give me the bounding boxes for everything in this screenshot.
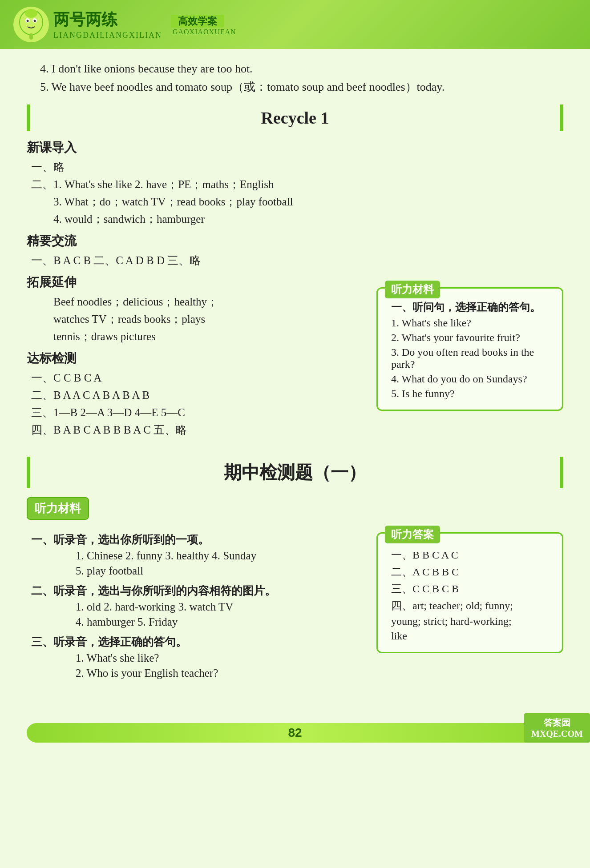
jingjiaoliu-line1: 一、B A C B 二、C A D B D 三、略 <box>27 253 563 268</box>
header-title-main: 两号两练 <box>53 9 162 31</box>
footer-logo: 答案园 MXQE.COM <box>524 713 590 743</box>
dabiaojiance-line3: 三、1—B 2—A 3—D 4—E 5—C <box>27 405 363 420</box>
tuozhan-left: 拓展延伸 Beef noodles；delicious；healthy； wat… <box>27 274 363 443</box>
qizhong-s1-line2: 5. play football <box>27 565 363 577</box>
answer-line1: 一、B B C A C <box>387 548 553 562</box>
page-header: 两号两练 LIANGDAILIANGXILIAN 高效学案 GAOXIAOXUE… <box>0 0 590 49</box>
recycle1-listen-content: 一、听问句，选择正确的答句。 1. What's she like? 2. Wh… <box>387 300 553 400</box>
recycle1-q2: 2. What's your favourite fruit? <box>387 332 553 344</box>
recycle1-q3: 3. Do you often read books in the park? <box>387 346 553 370</box>
xinkeyaoru-line3: 3. What；do；watch TV；read books；play foot… <box>27 194 563 209</box>
svg-point-5 <box>25 9 37 18</box>
qizhong-s3: 三、听录音，选择正确的答句。 1. What's she like? 2. Wh… <box>27 635 363 679</box>
dabiaojiance-block: 达标检测 一、C C B C A 二、B A A C A B A B A B 三… <box>27 350 363 437</box>
intro-line4: 4. I don't like onions because they are … <box>27 62 563 76</box>
qizhong-s1: 一、听录音，选出你所听到的一项。 1. Chinese 2. funny 3. … <box>27 532 363 577</box>
svg-rect-6 <box>29 33 33 40</box>
dabiaojiance-line4: 四、B A B C A B B B A C 五、略 <box>27 422 363 437</box>
answer-line5: young; strict; hard-working; <box>387 615 553 627</box>
xinkeyaoru-line1: 一、略 <box>27 160 563 174</box>
answer-line6: like <box>387 630 553 642</box>
qizhong-answer-col: 听力答案 一、B B C A C 二、A C B B C 三、C C B C B… <box>376 532 563 686</box>
intro-line5: 5. We have beef noodles and tomato soup（… <box>27 79 563 95</box>
xinkeyaoru-line2: 二、1. What's she like 2. have；PE；maths；En… <box>27 177 563 192</box>
tuozhanyanshen-block: 拓展延伸 Beef noodles；delicious；healthy； wat… <box>27 274 363 344</box>
tuozhan-section: 拓展延伸 Beef noodles；delicious；healthy； wat… <box>27 274 563 443</box>
tuozhanyanshen-line1: Beef noodles；delicious；healthy； <box>27 294 363 309</box>
svg-point-3 <box>27 20 29 22</box>
xinkeyaoru-line4: 4. would；sandwich；hamburger <box>27 212 563 226</box>
page-number: 82 <box>288 726 302 740</box>
qizhong-s2-heading: 二、听录音，选出与你所听到的内容相符的图片。 <box>27 583 363 598</box>
answer-line2: 二、A C B B C <box>387 565 553 579</box>
xinkeyaoru-block: 新课导入 一、略 二、1. What's she like 2. have；PE… <box>27 139 563 226</box>
footer-logo-line2: MXQE.COM <box>531 729 583 739</box>
qizhong-listen-badge: 听力材料 <box>27 497 89 520</box>
footer-bar: 82 <box>27 723 563 743</box>
recycle1-q1: 1. What's she like? <box>387 317 553 329</box>
qizhong-s3-heading: 三、听录音，选择正确的答句。 <box>27 635 363 649</box>
qizhong-s1-line1: 1. Chinese 2. funny 3. healthy 4. Sunday <box>27 550 363 562</box>
qizhong-s3-line2: 2. Who is your English teacher? <box>27 667 363 679</box>
tuozhanyanshen-line2: watches TV；reads books；plays <box>27 312 363 326</box>
dabiaojiance-heading: 达标检测 <box>27 350 363 367</box>
qizhong-s2: 二、听录音，选出与你所听到的内容相符的图片。 1. old 2. hard-wo… <box>27 583 363 628</box>
header-title-block: 两号两练 LIANGDAILIANGXILIAN <box>53 9 162 40</box>
mascot-icon <box>13 7 49 42</box>
qizhong-two-col: 一、听录音，选出你所听到的一项。 1. Chinese 2. funny 3. … <box>27 532 563 686</box>
header-subtitle: LIANGDAILIANGXILIAN <box>53 31 162 40</box>
page-footer: 82 答案园 MXQE.COM <box>0 723 590 743</box>
recycle1-q4: 4. What do you do on Sundays? <box>387 373 553 385</box>
main-content: 4. I don't like onions because they are … <box>0 49 590 705</box>
svg-point-4 <box>34 20 36 22</box>
tuozhanyanshen-line3: tennis；draws pictures <box>27 329 363 344</box>
qizhong-s2-line2: 4. hamburger 5. Friday <box>27 616 363 628</box>
qizhong-s1-heading: 一、听录音，选出你所听到的一项。 <box>27 532 363 547</box>
answer-line4: 四、art; teacher; old; funny; <box>387 599 553 613</box>
qizhong-left: 一、听录音，选出你所听到的一项。 1. Chinese 2. funny 3. … <box>27 532 363 686</box>
qizhong-answer-badge: 听力答案 <box>385 526 440 543</box>
recycle1-listen-heading: 一、听问句，选择正确的答句。 <box>387 300 553 314</box>
header-subtitle2: 高效学案 <box>171 15 224 28</box>
qizhong-title: 期中检测题（一） <box>27 457 563 488</box>
recycle1-title: Recycle 1 <box>261 108 329 127</box>
recycle1-q5: 5. Is he funny? <box>387 388 553 400</box>
jingjiaoliu-block: 精要交流 一、B A C B 二、C A D B D 三、略 <box>27 233 563 268</box>
intro-sentences: 4. I don't like onions because they are … <box>27 62 563 95</box>
tuozhanyanshen-heading: 拓展延伸 <box>27 274 363 291</box>
dabiaojiance-line2: 二、B A A C A B A B A B <box>27 388 363 402</box>
recycle1-listen-title: 听力材料 <box>385 281 440 298</box>
qizhong-answer-content: 一、B B C A C 二、A C B B C 三、C C B C B 四、ar… <box>387 548 553 642</box>
header-subtitle-label: GAOXIAOXUEAN <box>171 28 236 36</box>
recycle1-title-box: Recycle 1 <box>27 104 563 131</box>
listen-box-right: 听力材料 一、听问句，选择正确的答句。 1. What's she like? … <box>376 287 563 443</box>
qizhong-answer-box: 听力答案 一、B B C A C 二、A C B B C 三、C C B C B… <box>376 532 563 653</box>
xinkeyaoru-heading: 新课导入 <box>27 139 563 156</box>
qizhong-s3-line1: 1. What's she like? <box>27 652 363 664</box>
jingjiaoliu-heading: 精要交流 <box>27 233 563 249</box>
dabiaojiance-line1: 一、C C B C A <box>27 370 363 385</box>
answer-line3: 三、C C B C B <box>387 582 553 596</box>
qizhong-s2-line1: 1. old 2. hard-working 3. watch TV <box>27 601 363 613</box>
recycle1-listen-box: 听力材料 一、听问句，选择正确的答句。 1. What's she like? … <box>376 287 563 411</box>
footer-logo-line1: 答案园 <box>531 717 583 729</box>
